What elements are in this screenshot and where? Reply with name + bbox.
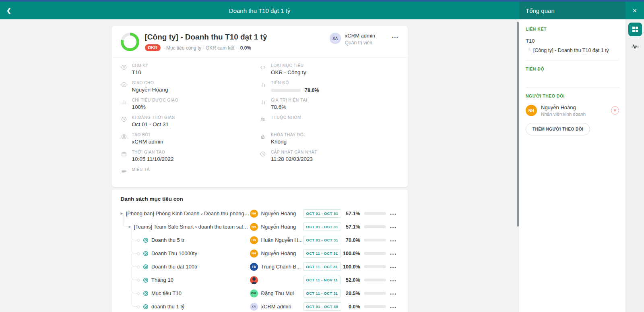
row-avatar: TB xyxy=(250,263,258,271)
row-more-button[interactable]: ••• xyxy=(390,265,397,270)
row-more-button[interactable]: ••• xyxy=(390,252,397,256)
field-value: 10:05 11/10/2022 xyxy=(132,156,174,162)
activity-pulse-icon xyxy=(631,44,639,50)
tree-connector xyxy=(132,280,137,293)
row-assignee: XAxCRM admin xyxy=(250,303,303,311)
child-goal-row[interactable]: ▶ [Teams] Team Sale Smart › doanh thu te… xyxy=(118,220,401,233)
child-goal-row[interactable]: ◇ doanh thu 1 tỷ XAxCRM admin OCT 01 - O… xyxy=(118,300,401,312)
row-more-button[interactable]: ••• xyxy=(390,279,397,283)
field-label: THUỘC NHÓM xyxy=(271,115,301,120)
row-avatar: NH xyxy=(250,223,258,231)
row-percent: 100.0% xyxy=(339,251,360,256)
activity-tab-button[interactable] xyxy=(631,44,639,50)
goal-more-button[interactable]: ••• xyxy=(392,35,399,40)
children-list-card: Danh sách mục tiêu con ▶ [Phòng ban] Phò… xyxy=(112,189,408,312)
row-avatar: NH xyxy=(250,210,258,218)
row-lead: ▶ [Phòng ban] Phòng Kinh Doanh › Doanh t… xyxy=(118,210,250,216)
row-progress-track xyxy=(364,225,386,228)
field-label: CHỈ TIÊU ĐƯỢC GIAO xyxy=(132,98,179,102)
row-lead: ▶ [Teams] Team Sale Smart › doanh thu te… xyxy=(118,224,250,230)
add-follower-button[interactable]: THÊM NGƯỜI THEO DÕI xyxy=(526,123,590,135)
child-goal-row[interactable]: ◇ Doanh Thu 10000ty NHNguyễn Hoàng OCT 1… xyxy=(118,247,401,260)
field-right-2: GIÁ TRỊ HIỆN TẠI78.6% xyxy=(260,98,399,110)
lines-icon xyxy=(121,168,127,175)
overview-tab-button[interactable] xyxy=(628,23,642,36)
row-more-cell: ••• xyxy=(386,303,401,310)
row-avatar: ĐM xyxy=(250,289,258,297)
child-goal-title: Doanh Thu 10000ty xyxy=(151,250,197,256)
row-lead: ◇ Doanh thu dat 100tr xyxy=(118,264,250,270)
diamond-icon: ◇ xyxy=(137,291,140,296)
field-value: 11:28 02/03/2023 xyxy=(271,156,317,162)
child-goal-row[interactable]: ◇ Doanh thu 5 tr HNHuân Nguyễn H... OCT … xyxy=(118,233,401,247)
tool-strip-body xyxy=(625,19,644,312)
row-more-button[interactable]: ••• xyxy=(390,239,397,243)
row-progress-track xyxy=(364,292,386,295)
field-left-4: TẠO BỞIxCRM admin xyxy=(121,133,260,145)
child-goal-row[interactable]: ◇ Doanh thu dat 100tr TBTrung Chánh B...… xyxy=(118,260,401,273)
assignee-name: Đặng Thu Mụi xyxy=(261,290,294,296)
child-goal-title: doanh thu 1 tỷ xyxy=(151,304,184,310)
follower-item: NH Nguyễn Hoàng Nhân viên kinh doanh ✕ xyxy=(526,104,619,116)
row-date-cell: OCT 01 - OCT 31 xyxy=(303,236,339,244)
child-goal-title: Doanh thu dat 100tr xyxy=(151,264,198,270)
assignee-name: Nguyễn Hoàng xyxy=(261,224,296,230)
check-circle-icon xyxy=(121,81,127,88)
diamond-icon: ◇ xyxy=(137,304,140,309)
row-progress-track xyxy=(364,265,386,268)
child-goal-row[interactable]: ◇ Tháng 10 OCT 11 - NOV 11 52.0% ••• xyxy=(118,273,401,287)
page-title: Doanh thu T10 đạt 1 tỷ xyxy=(0,7,519,14)
row-more-button[interactable]: ••• xyxy=(390,212,397,216)
bar-chart-icon xyxy=(121,99,127,105)
diamond-icon: ◇ xyxy=(137,237,140,243)
goal-detail-card: [Công ty] - Doanh thu T10 đạt 1 tỷ OKR ·… xyxy=(112,26,408,187)
field-label: GIÁ TRỊ HIỆN TẠI xyxy=(271,98,307,102)
back-button[interactable]: ❮ xyxy=(6,7,11,14)
main-scrollbar[interactable] xyxy=(517,22,519,227)
follower-avatar: NH xyxy=(526,105,537,116)
expand-toggle-icon[interactable]: ▶ xyxy=(121,212,123,215)
main-body: [Công ty] - Doanh thu T10 đạt 1 tỷ OKR ·… xyxy=(0,19,519,312)
bar-chart-icon xyxy=(260,99,266,105)
row-percent: 52.0% xyxy=(339,277,360,283)
overview-panel-title: Tổng quan xyxy=(526,7,555,14)
row-more-cell: ••• xyxy=(386,290,401,297)
assignee-name: Nguyễn Hoàng xyxy=(261,250,296,256)
assignee-name: Trung Chánh B... xyxy=(261,264,301,270)
lock-icon xyxy=(260,133,266,140)
remove-follower-button[interactable]: ✕ xyxy=(611,106,619,114)
row-more-button[interactable]: ••• xyxy=(390,292,397,296)
field-label: CẬP NHẬT GẦN NHẤT xyxy=(271,150,317,154)
goal-card-header: [Công ty] - Doanh thu T10 đạt 1 tỷ OKR ·… xyxy=(112,26,408,57)
child-goal-title: [Phòng ban] Phòng Kinh Doanh › Doanh thu… xyxy=(126,210,250,216)
link-parent: T10 xyxy=(526,38,619,44)
row-more-cell: ••• xyxy=(386,210,401,217)
field-label: THỜI GIAN TẠO xyxy=(132,150,174,154)
calendar-icon xyxy=(121,151,127,157)
field-label: CHU KỲ xyxy=(132,63,149,68)
child-goal-row[interactable]: ◇ Mục tiêu T10 ĐMĐặng Thu Mụi OCT 11 - O… xyxy=(118,287,401,300)
assignee-name: xCRM admin xyxy=(261,304,291,310)
field-value: Không xyxy=(271,139,305,145)
field-label: MIÊU TẢ xyxy=(132,167,150,172)
field-label: TIẾN ĐỘ xyxy=(271,81,319,85)
row-more-button[interactable]: ••• xyxy=(390,305,397,310)
progress-ring xyxy=(121,33,139,51)
overview-panel: Tổng quan LIÊN KẾT T10 └ [Công ty] - Doa… xyxy=(519,2,625,312)
goal-title: [Công ty] - Doanh thu T10 đạt 1 tỷ xyxy=(145,33,267,42)
children-list-heading: Danh sách mục tiêu con xyxy=(118,194,401,207)
row-more-cell: ••• xyxy=(386,263,401,270)
link-child[interactable]: └ [Công ty] - Doanh thu T10 đạt 1 tỷ xyxy=(526,48,619,53)
row-avatar: XA xyxy=(250,303,258,311)
close-panel-button[interactable]: ✕ xyxy=(633,8,637,14)
child-goal-row[interactable]: ▶ [Phòng ban] Phòng Kinh Doanh › Doanh t… xyxy=(118,207,401,220)
field-value: Nguyễn Hoàng xyxy=(132,87,168,93)
row-more-button[interactable]: ••• xyxy=(390,225,397,230)
row-more-cell: ••• xyxy=(386,237,401,244)
tree-connector xyxy=(132,240,137,254)
diamond-icon: ◇ xyxy=(137,264,140,269)
row-percent: 100.0% xyxy=(339,264,360,270)
row-percent: 0.0% xyxy=(339,304,360,310)
expand-toggle-icon[interactable]: ▶ xyxy=(129,225,131,229)
divider xyxy=(526,87,619,87)
